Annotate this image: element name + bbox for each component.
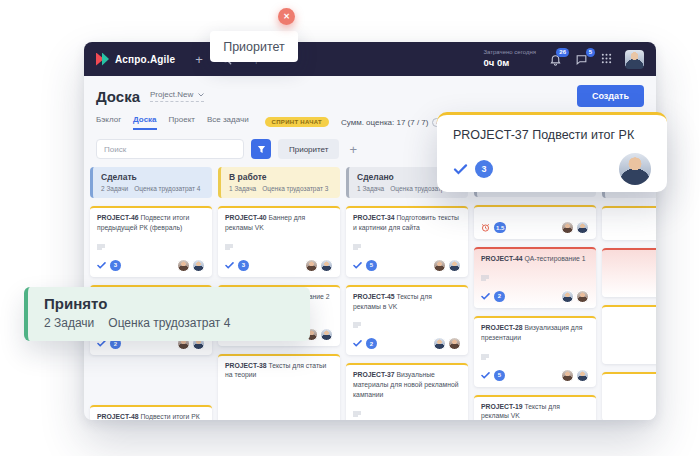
assignee-avatar[interactable] — [433, 259, 446, 272]
assignee-avatar[interactable] — [433, 337, 446, 350]
task-card-popup[interactable]: PROJECT-37 Подвести итог РК 3 — [437, 112, 667, 192]
task-title: PROJECT-28 Визуализация для презентации — [481, 323, 589, 343]
assignee-avatar[interactable] — [448, 337, 461, 350]
description-icon — [97, 244, 105, 250]
task-card[interactable]: PROJECT-19 Тексты для рекламы VK 5 — [474, 395, 596, 420]
description-icon — [481, 275, 489, 281]
task-card[interactable]: PROJECT-46 Подвести итоги предыдущей РК … — [90, 206, 212, 277]
task-card-highlighted[interactable]: PROJECT-44 QA-тестирование 1 2 — [474, 247, 596, 308]
task-card[interactable]: PROJECT-28 Визуализация для презентации … — [474, 316, 596, 387]
check-icon — [481, 372, 490, 379]
check-icon — [225, 262, 234, 269]
app-window: Аспро.Agile + Спр Затрачено сегодня 0ч 0… — [84, 42, 656, 420]
column-header[interactable]: В работе 1 ЗадачаОценка трудозатрат 3 — [218, 167, 340, 198]
task-card[interactable]: PROJECT-37 Визуальные материалы для ново… — [346, 363, 468, 420]
task-card-partial[interactable] — [602, 248, 656, 297]
assignee-avatar[interactable] — [576, 369, 589, 382]
notifications-button[interactable]: 26 — [549, 53, 562, 66]
assignee-avatar[interactable] — [619, 153, 651, 185]
task-card[interactable]: PROJECT-48 Подвести итоги РК 2 — [90, 405, 212, 420]
tab-project[interactable]: Проект — [169, 115, 195, 130]
page-title: Доска — [96, 88, 140, 105]
column-done: Сделано 1 ЗадачаОценка трудозатрат PROJE… — [346, 167, 468, 420]
notifications-badge: 26 — [556, 48, 569, 57]
tab-backlog[interactable]: Бэклог — [96, 115, 121, 130]
task-title: PROJECT-19 Тексты для рекламы VK — [481, 402, 589, 420]
filter-button[interactable] — [251, 139, 271, 159]
deadline-icon — [481, 223, 490, 232]
description-icon — [353, 411, 361, 417]
close-icon[interactable]: ✕ — [278, 8, 295, 25]
description-icon — [353, 322, 361, 328]
project-selector-value: Project.New — [150, 90, 193, 99]
estimate-badge: 2 — [366, 338, 377, 349]
assignee-avatar[interactable] — [561, 221, 574, 234]
top-navigation-bar: Аспро.Agile + Спр Затрачено сегодня 0ч 0… — [84, 42, 656, 76]
time-tracker-label: Затрачено сегодня — [483, 49, 536, 57]
task-title: PROJECT-40 Баннер для рекламы VK — [225, 213, 333, 233]
add-filter-button[interactable]: + — [349, 143, 357, 156]
assignee-avatar[interactable] — [576, 221, 589, 234]
estimate-badge: 3 — [110, 260, 121, 271]
priority-filter-chip[interactable]: Приоритет — [278, 139, 339, 159]
estimate-badge: 5 — [366, 260, 377, 271]
estimate-badge: 2 — [494, 291, 505, 302]
assignee-avatar[interactable] — [305, 259, 318, 272]
check-icon — [353, 340, 362, 347]
project-selector[interactable]: Project.New — [150, 90, 204, 102]
plus-icon[interactable]: + — [195, 53, 203, 66]
accepted-column-callout: Принято 2 Задачи Оценка трудозатрат 4 — [24, 287, 310, 341]
time-tracker-value: 0ч 0м — [483, 57, 536, 69]
search-input[interactable] — [96, 139, 244, 159]
assignee-avatar[interactable] — [320, 259, 333, 272]
task-card[interactable]: PROJECT-34 Подготовить тексты и картинки… — [346, 206, 468, 277]
assignee-avatar[interactable] — [561, 290, 574, 303]
check-icon — [97, 262, 106, 269]
task-title: PROJECT-44 QA-тестирование 1 — [481, 254, 589, 264]
check-icon — [97, 340, 106, 347]
apps-grid-icon[interactable] — [601, 50, 612, 68]
chevron-down-icon — [198, 93, 204, 97]
assignee-avatar[interactable] — [576, 290, 589, 303]
assignee-avatar[interactable] — [448, 259, 461, 272]
task-card[interactable]: PROJECT-40 Баннер для рекламы VK 3 — [218, 206, 340, 277]
column-accepted: 1.5 PROJECT-44 QA-тестирование 1 2 PROJE… — [474, 167, 596, 420]
task-card-partial[interactable] — [602, 305, 656, 364]
task-title: PROJECT-38 Тексты для статьи на теории — [225, 361, 333, 381]
user-avatar[interactable] — [625, 50, 644, 69]
assignee-avatar[interactable] — [177, 259, 190, 272]
task-card[interactable]: PROJECT-38 Тексты для статьи на теории 3 — [218, 354, 340, 420]
task-card[interactable]: PROJECT-45 Тексты для рекламы в VK 2 — [346, 285, 468, 356]
task-title: PROJECT-45 Тексты для рекламы в VK — [353, 292, 461, 312]
assignee-avatar[interactable] — [561, 369, 574, 382]
task-title: PROJECT-37 Визуальные материалы для ново… — [353, 370, 461, 400]
task-card[interactable]: 1.5 — [474, 205, 596, 239]
estimate-badge: 5 — [494, 370, 505, 381]
create-button[interactable]: Создать — [577, 85, 644, 107]
brand-name: Аспро.Agile — [115, 54, 175, 65]
task-card-partial[interactable] — [602, 372, 656, 420]
column-header[interactable]: Сделать 2 ЗадачиОценка трудозатрат 4 — [90, 167, 212, 198]
sprint-summary: Сумм. оценка: 17 (7 / 7) i — [341, 118, 442, 127]
estimate-badge: 1.5 — [494, 222, 506, 233]
description-icon — [225, 244, 233, 250]
task-title: PROJECT-34 Подготовить тексты и картинки… — [353, 213, 461, 233]
app-logo[interactable]: Аспро.Agile — [96, 53, 175, 66]
description-icon — [481, 354, 489, 360]
assignee-avatar[interactable] — [320, 328, 333, 341]
assignee-avatar[interactable] — [192, 259, 205, 272]
priority-tooltip: Приоритет — [210, 31, 298, 62]
tab-all-tasks[interactable]: Все задачи — [207, 115, 249, 130]
check-icon — [453, 164, 468, 175]
funnel-icon — [257, 145, 266, 154]
tab-board[interactable]: Доска — [133, 115, 156, 130]
task-card-partial[interactable] — [602, 206, 656, 240]
time-tracker[interactable]: Затрачено сегодня 0ч 0м — [483, 49, 536, 68]
messages-button[interactable]: 5 — [575, 53, 588, 66]
check-icon — [481, 293, 490, 300]
task-title: PROJECT-46 Подвести итоги предыдущей РК … — [97, 213, 205, 233]
description-icon — [353, 244, 361, 250]
accepted-meta: 2 Задачи Оценка трудозатрат 4 — [44, 316, 294, 330]
estimate-badge: 3 — [475, 160, 493, 178]
column-partial — [602, 167, 656, 420]
